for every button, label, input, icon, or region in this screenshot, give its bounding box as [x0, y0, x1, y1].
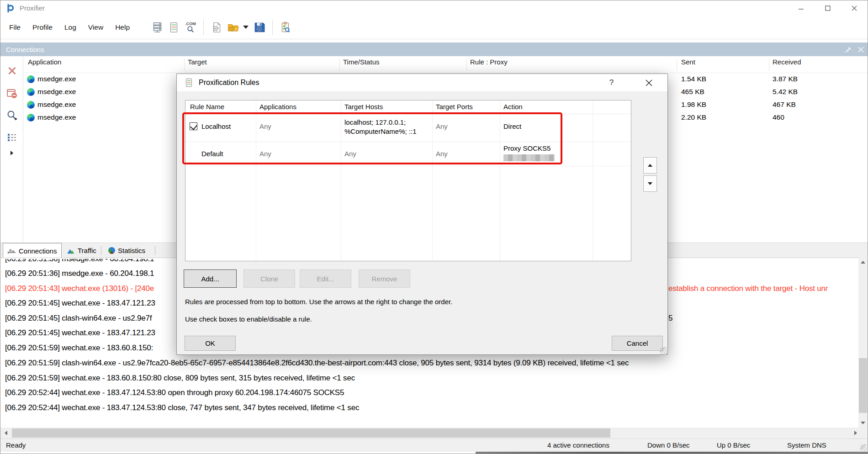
log-line: [06.29 20:51:59] wechat.exe - 183.60.8.1…: [5, 374, 355, 383]
dialog-title: Proxification Rules: [199, 79, 259, 87]
open-profile-icon[interactable]: [225, 19, 241, 36]
rule-target-hosts: localhost; 127.0.0.1; %ComputerName%; ::…: [344, 118, 431, 136]
new-profile-icon[interactable]: [208, 19, 225, 36]
rule-action: Direct: [503, 122, 521, 130]
vscroll-thumb[interactable]: [859, 358, 867, 413]
status-dns-mode: System DNS: [787, 441, 826, 449]
row-received: 3.87 KB: [773, 75, 798, 83]
col-application[interactable]: Application: [28, 58, 61, 73]
rt-col-target-ports[interactable]: Target Ports: [436, 103, 473, 111]
dialog-resize-grip[interactable]: [660, 347, 667, 354]
col-target[interactable]: Target: [188, 58, 207, 73]
log-line: [06.29 20:51:36] msedge.exe - 60.204.198…: [5, 269, 154, 278]
rt-col-rule-name[interactable]: Rule Name: [190, 103, 224, 111]
edit-rule-button[interactable]: Edit...: [300, 269, 351, 288]
menu-profile[interactable]: Profile: [26, 21, 58, 34]
pin-icon[interactable]: [845, 46, 852, 53]
status-up-rate: Up 0 B/sec: [717, 441, 750, 449]
tab-connections[interactable]: Connections: [3, 243, 62, 258]
background-window-sliver: [476, 452, 868, 454]
row-sent: 1.54 KB: [681, 75, 706, 83]
abort-connection-icon[interactable]: [0, 84, 23, 103]
proxy-servers-icon[interactable]: [149, 19, 166, 36]
tab-label: Traffic: [78, 247, 96, 254]
proxifier-window: Proxifier File Profile Log View Help: [0, 0, 868, 454]
tab-traffic[interactable]: Traffic: [62, 243, 101, 258]
close-button[interactable]: [841, 0, 868, 16]
msedge-icon: [27, 114, 35, 121]
menu-view[interactable]: View: [82, 21, 109, 34]
proxifier-logo-icon: [6, 4, 15, 13]
rt-col-target-hosts[interactable]: Target Hosts: [344, 103, 383, 111]
expand-arrow-icon[interactable]: [0, 144, 23, 162]
log-line: [06.29 20:52:44] wechat.exe - 183.47.124…: [5, 388, 344, 397]
rt-col-applications[interactable]: Applications: [259, 103, 296, 111]
log-line: [06.29 20:51:45] wechat.exe - 183.47.121…: [5, 299, 155, 308]
rule-target-hosts: Any: [344, 150, 356, 158]
move-rule-down-button[interactable]: [643, 175, 657, 192]
window-resize-grip[interactable]: [860, 444, 867, 451]
row-application: msedge.exe: [37, 100, 76, 109]
scroll-down-button[interactable]: [858, 418, 868, 428]
dialog-title-bar[interactable]: Proxification Rules ?: [177, 74, 667, 91]
connections-tab-icon: [8, 248, 16, 254]
log-vertical-scrollbar[interactable]: [858, 258, 868, 428]
zoom-in-icon[interactable]: [0, 106, 23, 125]
panel-close-icon[interactable]: [858, 47, 864, 53]
hscroll-thumb[interactable]: [12, 428, 610, 438]
log-line: [06.29 20:51:45] clash-win64.exe - us2.9…: [5, 314, 152, 323]
name-resolution-icon[interactable]: .COM: [182, 19, 199, 36]
msedge-icon: [27, 88, 35, 96]
log-line-error-fragment: establish a connection with the target -…: [668, 284, 828, 293]
col-time-status[interactable]: Time/Status: [343, 58, 379, 73]
rule-action: Proxy SOCKS5: [503, 144, 550, 152]
move-rule-up-button[interactable]: [643, 157, 657, 174]
log-panel-icon[interactable]: [277, 19, 294, 36]
add-rule-button[interactable]: Add...: [184, 269, 237, 288]
maximize-button[interactable]: [815, 0, 841, 16]
row-received: 467 KB: [773, 100, 796, 109]
dialog-close-button[interactable]: [639, 74, 659, 91]
log-horizontal-scrollbar[interactable]: [0, 428, 868, 438]
connections-panel-header: Connections: [0, 42, 868, 56]
clone-rule-button[interactable]: Clone: [243, 269, 295, 288]
log-line: [06.29 20:52:44] wechat.exe - 183.47.124…: [5, 403, 359, 412]
col-rule-proxy[interactable]: Rule : Proxy: [470, 58, 508, 73]
tab-label: Connections: [19, 247, 57, 255]
row-sent: 465 KB: [681, 88, 704, 96]
scroll-right-button[interactable]: [851, 428, 860, 438]
minimize-button[interactable]: [788, 0, 815, 16]
col-received[interactable]: Received: [773, 58, 801, 73]
window-title: Proxifier: [20, 4, 45, 12]
scroll-left-button[interactable]: [1, 428, 11, 438]
menu-help[interactable]: Help: [109, 21, 136, 34]
dialog-hint-checkboxes: Use check boxes to enable/disable a rule…: [185, 315, 312, 323]
menu-file[interactable]: File: [3, 21, 26, 34]
toolbar-separator: [203, 20, 204, 35]
msedge-icon: [27, 75, 35, 83]
save-profile-icon[interactable]: [251, 19, 268, 36]
menu-log[interactable]: Log: [58, 21, 82, 34]
msedge-icon: [27, 101, 35, 109]
dialog-help-button[interactable]: ?: [601, 74, 622, 91]
tab-label: Statistics: [118, 247, 145, 254]
rule-applications: Any: [259, 122, 271, 130]
log-line: [06.29 20:51:59] wechat.exe - 183.60.8.1…: [5, 343, 153, 353]
scroll-up-button[interactable]: [858, 258, 868, 267]
title-bar: Proxifier: [0, 0, 868, 16]
rules-table[interactable]: Rule Name Applications Target Hosts Targ…: [185, 100, 631, 261]
rt-col-action[interactable]: Action: [503, 103, 523, 111]
menu-bar: File Profile Log View Help .C: [0, 16, 868, 39]
col-sent[interactable]: Sent: [681, 58, 695, 73]
log-line-error: [06.29 20:51:43] wechat.exe (13016) - [2…: [5, 284, 154, 293]
open-profile-dropdown-caret[interactable]: [243, 26, 249, 29]
remove-rule-button[interactable]: Remove: [359, 269, 410, 288]
cancel-button[interactable]: Cancel: [612, 336, 663, 351]
tab-statistics[interactable]: Statistics: [104, 243, 150, 258]
row-application: msedge.exe: [37, 75, 76, 83]
rule-enabled-checkbox[interactable]: [190, 122, 197, 130]
delete-connection-icon[interactable]: [0, 62, 23, 80]
rule-name: Default: [201, 150, 223, 158]
proxification-rules-icon[interactable]: [166, 19, 182, 36]
ok-button[interactable]: OK: [185, 336, 236, 351]
